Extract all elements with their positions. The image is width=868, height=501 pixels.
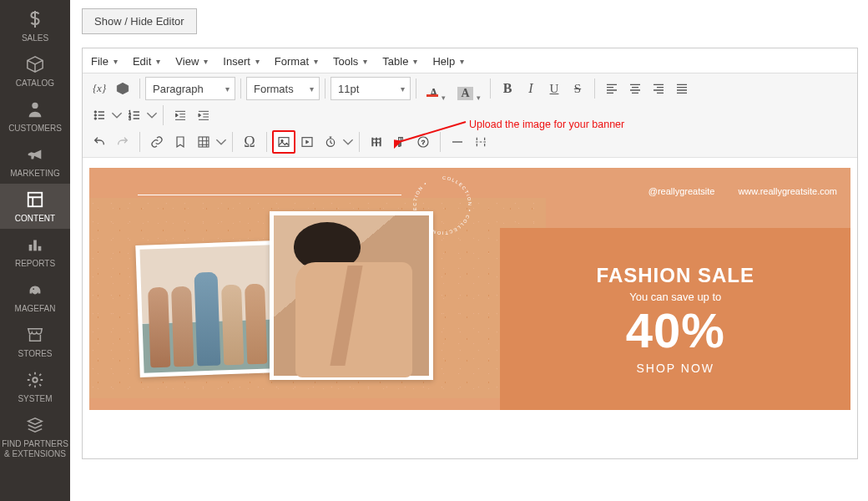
italic-button[interactable]: I — [519, 77, 542, 100]
sidebar-item-customers[interactable]: CUSTOMERS — [0, 94, 70, 139]
banner-percent: 40% — [626, 306, 725, 355]
toolbar-separator — [440, 132, 441, 152]
sidebar-item-marketing[interactable]: MARKETING — [0, 139, 70, 184]
storefront-icon — [2, 326, 68, 347]
bookmark-button[interactable] — [169, 130, 192, 154]
sidebar-item-reports[interactable]: REPORTS — [0, 229, 70, 274]
menu-help[interactable]: Help — [432, 55, 464, 68]
align-justify-button[interactable] — [670, 77, 694, 100]
svg-rect-14 — [279, 138, 289, 147]
sidebar-item-stores[interactable]: STORES — [0, 319, 70, 364]
gear-icon — [2, 371, 68, 392]
toolbar-separator — [359, 132, 360, 152]
text-color-button[interactable]: A — [421, 77, 453, 100]
link-button[interactable] — [145, 130, 169, 154]
menu-insert[interactable]: Insert — [223, 55, 260, 68]
sidebar-item-label: FIND PARTNERS & EXTENSIONS — [2, 439, 68, 459]
banner-text-panel: FASHION SALE You can save up to 40% SHOP… — [500, 228, 850, 410]
editor-toolbar: {x} Paragraph Formats 11pt A A B I U S — [83, 73, 857, 158]
svg-text:3: 3 — [129, 117, 131, 121]
bold-button[interactable]: B — [496, 77, 519, 100]
page-break-button[interactable] — [469, 130, 492, 154]
strikethrough-button[interactable]: S — [566, 77, 589, 100]
svg-point-0 — [32, 103, 38, 109]
menu-tools[interactable]: Tools — [333, 55, 367, 68]
sidebar-item-label: CONTENT — [2, 214, 68, 224]
insert-datetime-button[interactable] — [319, 130, 342, 154]
banner-image[interactable]: COLLECTION • COLLECTION • COLLECTION • @… — [89, 168, 850, 410]
sidebar-item-label: SALES — [2, 33, 68, 43]
background-color-button[interactable]: A — [453, 77, 485, 100]
banner-divider-line — [138, 195, 401, 195]
sidebar-item-label: CATALOG — [2, 78, 68, 89]
numbered-list-menu[interactable] — [146, 104, 158, 127]
svg-point-8 — [94, 114, 97, 117]
align-center-button[interactable] — [623, 77, 647, 100]
bullet-list-menu[interactable] — [111, 104, 123, 127]
font-size-select[interactable]: 11pt — [331, 77, 411, 100]
menu-format[interactable]: Format — [275, 55, 318, 68]
sidebar-item-label: MAGEFAN — [2, 304, 68, 314]
svg-point-19 — [376, 139, 381, 143]
sidebar-item-catalog[interactable]: CATALOG — [0, 48, 70, 94]
numbered-list-button[interactable]: 123 — [123, 104, 146, 127]
sidebar-item-system[interactable]: SYSTEM — [0, 364, 70, 409]
insert-image-button[interactable] — [272, 130, 295, 154]
insert-widget-button[interactable] — [111, 77, 134, 100]
toolbar-separator — [139, 132, 140, 152]
toolbar-separator — [163, 105, 164, 125]
sidebar-item-label: SYSTEM — [2, 394, 68, 404]
layout-icon — [2, 190, 68, 211]
sidebar-item-content[interactable]: CONTENT — [0, 184, 70, 229]
help-button[interactable]: ? — [411, 130, 435, 154]
insert-media-button[interactable] — [295, 130, 319, 154]
block-format-select[interactable]: Paragraph — [145, 77, 235, 100]
banner-website: www.reallygreatsite.com — [738, 186, 837, 196]
bullet-list-button[interactable] — [88, 104, 111, 127]
table-menu[interactable] — [215, 130, 227, 154]
style-format-select[interactable]: Formats — [246, 77, 320, 100]
datetime-menu[interactable] — [342, 130, 354, 154]
special-character-button[interactable]: Ω — [238, 130, 261, 154]
toggle-editor-button[interactable]: Show / Hide Editor — [82, 8, 197, 34]
sidebar-item-find-partners[interactable]: FIND PARTNERS & EXTENSIONS — [0, 409, 70, 464]
box-icon — [2, 55, 68, 76]
menu-table[interactable]: Table — [382, 55, 417, 68]
undo-button[interactable] — [88, 130, 111, 154]
toolbar-separator — [325, 78, 326, 99]
align-left-button[interactable] — [600, 77, 623, 100]
partners-icon — [2, 416, 68, 437]
bar-chart-icon — [2, 235, 68, 256]
svg-rect-1 — [28, 193, 43, 207]
table-button[interactable] — [192, 130, 215, 154]
dollar-icon — [2, 10, 68, 31]
sidebar-item-magefan[interactable]: MAGEFAN — [0, 274, 70, 319]
horizontal-rule-button[interactable] — [446, 130, 469, 154]
underline-button[interactable]: U — [542, 77, 566, 100]
banner-photo-mannequins — [135, 240, 280, 377]
svg-point-7 — [94, 111, 97, 114]
menu-view[interactable]: View — [175, 55, 208, 68]
toolbar-separator — [594, 78, 595, 99]
show-invisibles-button[interactable] — [388, 130, 411, 154]
banner-top-links: @reallygreatsite www.reallygreatsite.com — [648, 186, 837, 196]
megaphone-icon — [2, 145, 68, 166]
sidebar-item-sales[interactable]: SALES — [0, 3, 70, 48]
main-content: Show / Hide Editor File Edit View Insert… — [70, 0, 868, 501]
banner-title: FASHION SALE — [597, 264, 754, 287]
banner-photo-model — [270, 211, 433, 380]
toolbar-separator — [490, 78, 491, 99]
menu-file[interactable]: File — [91, 55, 118, 68]
outdent-button[interactable] — [169, 104, 192, 127]
banner-cta: SHOP NOW — [636, 362, 714, 375]
insert-variable-button[interactable]: {x} — [88, 77, 111, 100]
menu-edit[interactable]: Edit — [133, 55, 160, 68]
sidebar-item-label: MARKETING — [2, 169, 68, 179]
redo-button[interactable] — [111, 130, 134, 154]
indent-button[interactable] — [192, 104, 215, 127]
align-right-button[interactable] — [647, 77, 670, 100]
toolbar-separator — [139, 78, 140, 99]
find-replace-button[interactable] — [365, 130, 388, 154]
editor-canvas[interactable]: COLLECTION • COLLECTION • COLLECTION • @… — [83, 158, 857, 458]
svg-point-5 — [33, 288, 34, 290]
